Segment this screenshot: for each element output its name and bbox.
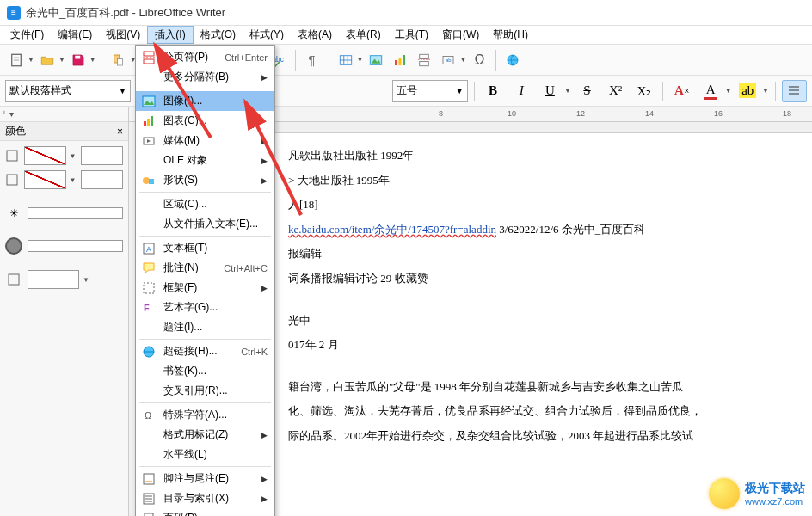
align-justify-button[interactable]: [782, 80, 807, 102]
hyperlink-text[interactable]: ke.baidu.com/item/余光中/174507?fr=aladdin: [288, 223, 496, 236]
menu-item-b[interactable]: 更多分隔符(B)▶: [136, 67, 274, 87]
menu-item-h[interactable]: 超链接(H)...Ctrl+K: [136, 341, 274, 361]
menu-view[interactable]: 视图(V): [99, 26, 147, 44]
fill-color-none[interactable]: [24, 146, 66, 165]
menu-item-n[interactable]: 批注(N)Ctrl+Alt+C: [136, 258, 274, 278]
highlight-dropdown-icon[interactable]: ▼: [762, 87, 769, 95]
menu-item-label: 分页符(P): [163, 50, 218, 64]
font-color-button[interactable]: A: [698, 80, 723, 102]
paste-button[interactable]: [108, 49, 130, 71]
insert-pagebreak-button[interactable]: [413, 49, 435, 71]
blank-icon: [141, 320, 157, 335]
menu-help[interactable]: 帮助(H): [486, 26, 535, 44]
menu-item-p[interactable]: 分页符(P)Ctrl+Enter: [136, 47, 274, 67]
menu-file[interactable]: 文件(F): [3, 26, 51, 44]
menu-insert[interactable]: 插入(I): [147, 26, 193, 44]
sidebar-prev-icon[interactable]: ᴸ ▾: [3, 109, 14, 119]
menu-item-label: 脚注与尾注(E): [163, 471, 251, 486]
menu-item-t[interactable]: A文本框(T): [136, 238, 274, 258]
superscript-button[interactable]: X²: [603, 80, 628, 102]
recent-color-dropdown-icon[interactable]: ▼: [83, 276, 89, 284]
sidebar-close-icon[interactable]: ×: [117, 126, 123, 138]
svg-rect-32: [144, 59, 154, 64]
save-button[interactable]: [67, 49, 89, 71]
subscript-button[interactable]: X₂: [631, 80, 656, 102]
insert-table-button[interactable]: [335, 49, 357, 71]
field-dropdown-icon[interactable]: ▼: [459, 56, 466, 64]
new-doc-button[interactable]: [5, 49, 28, 71]
frame-icon: [141, 280, 157, 296]
menu-item-a[interactable]: Ω特殊字符(A)...: [136, 405, 274, 425]
bold-button[interactable]: B: [481, 80, 506, 102]
line-color-dropdown-icon[interactable]: ▼: [70, 176, 77, 184]
menu-item-c[interactable]: 区域(C)...: [136, 194, 274, 214]
insert-special-char-button[interactable]: Ω: [468, 49, 490, 71]
menu-item-s[interactable]: 形状(S)▶: [136, 170, 274, 190]
text-line: 报编辑: [288, 242, 812, 267]
document-page[interactable]: 凡歌出版社出版社 1992年 > 大地出版社 1995年 人[18] ke.ba…: [267, 132, 812, 516]
menu-item-i[interactable]: 图像(I)...: [136, 91, 274, 111]
textframe-icon: A: [141, 241, 157, 256]
menu-form[interactable]: 表单(R): [339, 26, 388, 44]
svg-rect-38: [151, 116, 153, 126]
blank-icon: [141, 427, 157, 443]
underline-dropdown-icon[interactable]: ▼: [564, 87, 571, 95]
brightness-slider[interactable]: [28, 207, 123, 219]
blank-icon: [141, 364, 157, 379]
paragraph-style-combo[interactable]: 默认段落样式▼: [5, 80, 131, 102]
workspace: ᴸ ▾ 颜色 × ▼ ▼ ☀: [0, 107, 812, 516]
svg-rect-37: [147, 119, 150, 126]
menu-item-x[interactable]: 目录与索引(X)▶: [136, 488, 274, 508]
menu-item-e[interactable]: 从文件插入文本(E)...: [136, 214, 274, 234]
line-color-none[interactable]: [24, 170, 66, 189]
line-hex-input[interactable]: [81, 170, 123, 189]
insert-chart-button[interactable]: [389, 49, 411, 71]
menu-item-p[interactable]: #页码(P): [136, 508, 274, 516]
menu-item-label: 特殊字符(A)...: [163, 408, 268, 422]
menu-item-r[interactable]: 交叉引用(R)...: [136, 381, 274, 401]
menu-edit[interactable]: 编辑(E): [51, 26, 99, 44]
underline-button[interactable]: U: [538, 80, 563, 102]
hyperlink-icon: [141, 344, 157, 359]
font-color-dropdown-icon[interactable]: ▼: [725, 87, 732, 95]
menu-tools[interactable]: 工具(T): [388, 26, 435, 44]
insert-image-button[interactable]: [365, 49, 387, 71]
menu-item-c[interactable]: 图表(C)...: [136, 111, 274, 131]
highlight-button[interactable]: ab: [735, 80, 760, 102]
menu-item-label: 目录与索引(X): [163, 491, 251, 506]
menu-item-z[interactable]: 格式用标记(Z)▶: [136, 425, 274, 445]
menu-item-e[interactable]: 脚注与尾注(E)▶: [136, 469, 274, 488]
clear-format-button[interactable]: A⨯: [669, 80, 694, 102]
menu-item-g[interactable]: F艺术字(G)...: [136, 298, 274, 317]
table-dropdown-icon[interactable]: ▼: [357, 56, 364, 64]
formatting-marks-button[interactable]: ¶: [301, 49, 323, 71]
svg-rect-31: [144, 52, 154, 56]
new-dropdown-icon[interactable]: ▼: [28, 56, 34, 64]
open-button[interactable]: [36, 49, 58, 71]
save-dropdown-icon[interactable]: ▼: [89, 56, 96, 64]
fill-color-dropdown-icon[interactable]: ▼: [70, 152, 77, 160]
menu-item-ole[interactable]: OLE 对象▶: [136, 150, 274, 170]
menu-format[interactable]: 格式(O): [194, 26, 243, 44]
contrast-slider[interactable]: [28, 240, 123, 252]
menu-item-l[interactable]: 水平线(L): [136, 445, 274, 464]
font-size-combo[interactable]: 五号▼: [392, 80, 468, 102]
italic-button[interactable]: I: [509, 80, 534, 102]
menu-item-f[interactable]: 框架(F)▶: [136, 278, 274, 298]
insert-hyperlink-button[interactable]: [501, 49, 524, 71]
menu-shortcut: Ctrl+Enter: [225, 52, 268, 63]
menu-styles[interactable]: 样式(Y): [243, 26, 291, 44]
svg-rect-19: [420, 54, 429, 58]
recent-color-box[interactable]: [28, 270, 79, 289]
open-dropdown-icon[interactable]: ▼: [58, 56, 65, 64]
menu-item-k[interactable]: 书签(K)...: [136, 361, 274, 381]
fill-hex-input[interactable]: [81, 146, 123, 165]
strikethrough-button[interactable]: S: [575, 80, 600, 102]
submenu-arrow-icon: ▶: [261, 284, 268, 292]
insert-field-button[interactable]: ab: [437, 49, 459, 71]
menu-item-m[interactable]: 媒体(M)▶: [136, 131, 274, 150]
menu-item-label: OLE 对象: [163, 153, 251, 168]
menu-window[interactable]: 窗口(W): [435, 26, 486, 44]
menu-item-i[interactable]: 题注(I)...: [136, 317, 274, 337]
menu-table[interactable]: 表格(A): [291, 26, 339, 44]
